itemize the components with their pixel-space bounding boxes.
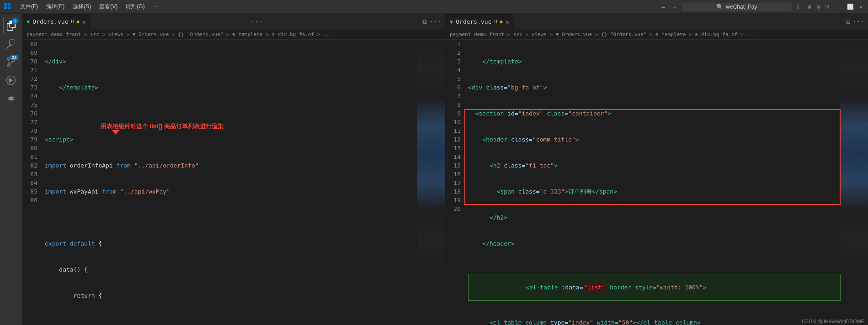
activity-run[interactable] — [3, 72, 19, 89]
left-tab-modified: U — [71, 19, 74, 24]
right-editor-pane: ▼ Orders.vue U ● ✕ ⧉ ··· payment-demo-fr… — [445, 14, 868, 325]
right-code-line-9: <el-table :data="list" border style="wid… — [468, 274, 841, 301]
code-line-74 — [45, 213, 417, 222]
search-text: weChat_Pay — [726, 4, 757, 10]
right-code-line-3: <section id="index" class="container"> — [468, 109, 841, 118]
right-code-content[interactable]: </template> <div class="bg-fa of"> <sect… — [464, 40, 841, 325]
menu-select[interactable]: 选择(S) — [69, 2, 95, 11]
menu-edit[interactable]: 编辑(E) — [43, 2, 68, 11]
search-icon: 🔍 — [716, 4, 723, 10]
nav-forward[interactable]: → — [672, 3, 676, 10]
right-tab-bar: ▼ Orders.vue U ● ✕ ⧉ ··· — [445, 14, 868, 30]
left-tab-orders[interactable]: ▼ Orders.vue U ● ✕ — [22, 14, 91, 29]
code-line-70 — [45, 109, 417, 118]
code-line-68: </div> — [45, 57, 417, 66]
right-code-line-7: </h2> — [468, 213, 841, 222]
code-line-77: return { — [45, 291, 417, 300]
menu-file[interactable]: 文件(F) — [16, 2, 42, 11]
titlebar: 文件(F) 编辑(E) 选择(S) 查看(V) 转到(G) ··· ← → 🔍 … — [0, 0, 868, 14]
breadcrumb-text-left: payment-demo-front > src > views > ▼ Ord… — [27, 31, 332, 37]
nav-back[interactable]: ← — [661, 3, 665, 10]
layout-icon[interactable]: ▣ — [808, 4, 811, 10]
explorer-badge: 1 — [12, 18, 18, 24]
vue-icon-right: ▼ — [450, 19, 453, 25]
left-line-numbers: 68 69 70 71 72 73 74 75 76 77 78 79 80 8… — [22, 40, 41, 325]
editors-container: ▼ Orders.vue U ● ✕ ··· ⧉ ··· payment-dem… — [22, 14, 868, 325]
left-breadcrumb: payment-demo-front > src > views > ▼ Ord… — [22, 30, 445, 40]
watermark: CSDN @JH&&HANDSOME — [802, 319, 864, 324]
activity-bar: 1 28 — [0, 14, 22, 325]
right-split-icon[interactable]: ⧉ — [846, 18, 850, 26]
right-code-line-8: </header> — [468, 239, 841, 248]
left-tab-bar: ▼ Orders.vue U ● ✕ ··· ⧉ ··· — [22, 14, 445, 30]
annotation-label-left: 用表格组件对这个 list[] 商品订单列表进行渲染 — [101, 122, 224, 131]
svg-rect-0 — [4, 3, 7, 5]
right-code-line-4: <header class="comm-title"> — [468, 135, 841, 144]
code-line-72: import orderInfoApi from "../api/orderIn… — [45, 161, 417, 170]
right-tab-close[interactable]: ✕ — [506, 18, 509, 26]
svg-rect-3 — [8, 6, 11, 9]
left-tab-close[interactable]: ✕ — [82, 18, 86, 26]
right-code-line-2: <div class="bg-fa of"> — [468, 83, 841, 92]
right-more-icon[interactable]: ··· — [853, 18, 864, 25]
window-controls: ⿴ ▣ ▤ ⊞ — ⬜ ✕ — [795, 4, 864, 10]
code-line-76: data() { — [45, 265, 417, 274]
right-breadcrumb: payment-demo-front > src > views > ▼ Ord… — [445, 30, 868, 40]
left-code-editor[interactable]: 68 69 70 71 72 73 74 75 76 77 78 79 80 8… — [22, 40, 445, 325]
right-tab-filename: Orders.vue — [456, 18, 491, 25]
right-tab-dot: ● — [500, 19, 503, 24]
right-line-numbers: 1 2 3 4 5 6 7 8 9 10 11 12 13 14 15 16 1 — [445, 40, 464, 325]
annotation-arrow-left — [112, 130, 119, 135]
right-tab-modified: U — [495, 19, 497, 24]
activity-source-control[interactable]: 28 — [3, 54, 19, 70]
left-tab-dot: ● — [77, 19, 80, 24]
menu-bar: 文件(F) 编辑(E) 选择(S) 查看(V) 转到(G) ··· — [16, 2, 656, 11]
code-line-73: import wxPayApi from "../api/wxPay" — [45, 187, 417, 196]
breadcrumb-text-right: payment-demo-front > src > views > ▼ Ord… — [450, 31, 756, 37]
app-icon — [4, 2, 11, 11]
activity-search[interactable] — [3, 36, 19, 52]
left-minimap-content — [417, 40, 445, 325]
left-pane-icons: ⧉ ··· — [422, 14, 445, 29]
left-editor-pane: ▼ Orders.vue U ● ✕ ··· ⧉ ··· payment-dem… — [22, 14, 445, 325]
code-line-71: <script> — [45, 135, 417, 144]
source-control-badge: 28 — [10, 55, 18, 60]
right-code-line-10: <el-table-column type="index" width="50"… — [468, 318, 841, 325]
pane-more-icon[interactable]: ··· — [430, 18, 441, 25]
left-minimap — [417, 40, 445, 325]
code-line-69: </template> — [45, 83, 417, 92]
menu-more[interactable]: ··· — [149, 2, 161, 11]
close-btn[interactable]: ✕ — [859, 4, 863, 10]
main-area: ▼ Orders.vue U ● ✕ ··· ⧉ ··· payment-dem… — [22, 14, 868, 325]
right-code-line-1: </template> — [468, 57, 841, 66]
vue-icon-left: ▼ — [27, 19, 30, 25]
menu-view[interactable]: 查看(V) — [96, 2, 121, 11]
right-minimap — [841, 40, 868, 325]
right-code-editor[interactable]: 1 2 3 4 5 6 7 8 9 10 11 12 13 14 15 16 1 — [445, 40, 868, 325]
left-tab-filename: Orders.vue — [32, 18, 68, 25]
layout3-icon[interactable]: ⊞ — [825, 4, 829, 10]
split-icon[interactable]: ⿴ — [797, 4, 803, 10]
menu-goto[interactable]: 转到(G) — [122, 2, 148, 11]
activity-explorer[interactable]: 1 — [3, 17, 19, 34]
maximize-btn[interactable]: ⬜ — [847, 4, 854, 10]
left-code-content[interactable]: </div> </template> <script> import order… — [41, 40, 417, 325]
minimize-btn[interactable]: — — [836, 4, 840, 10]
left-tab-ellipsis[interactable]: ··· — [246, 14, 267, 29]
code-line-75: export default { — [45, 239, 417, 248]
right-code-line-6: <span class="c-333">订单列表</span> — [468, 187, 841, 196]
split-editor-icon[interactable]: ⧉ — [422, 18, 427, 26]
right-pane-icons: ⧉ ··· — [846, 14, 868, 29]
search-bar[interactable]: 🔍 weChat_Pay — [682, 3, 792, 11]
activity-extensions[interactable] — [3, 90, 19, 107]
svg-rect-2 — [4, 6, 7, 9]
right-code-line-5: <h2 class="f1 tac"> — [468, 161, 841, 170]
layout2-icon[interactable]: ▤ — [817, 4, 820, 10]
right-minimap-content — [841, 40, 868, 325]
right-tab-orders[interactable]: ▼ Orders.vue U ● ✕ — [445, 14, 514, 29]
svg-rect-1 — [8, 3, 11, 5]
